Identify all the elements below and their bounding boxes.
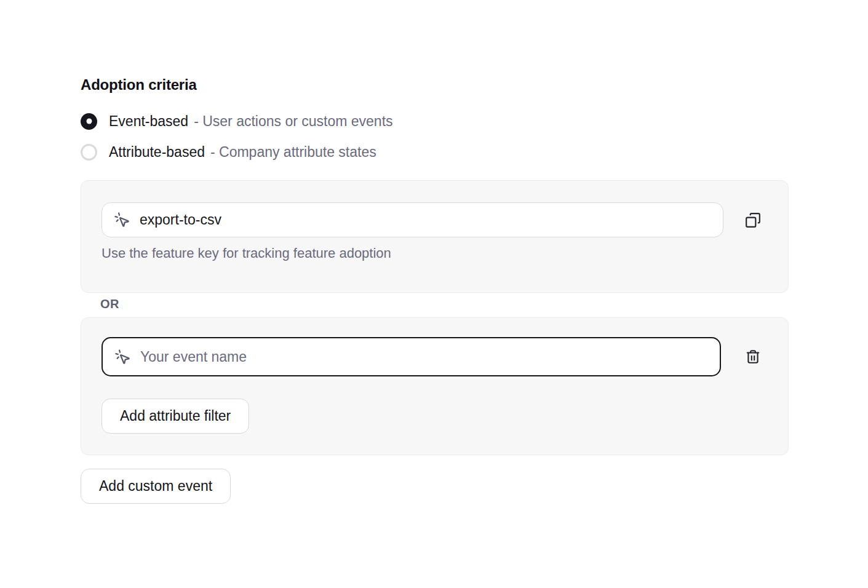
delete-event-button[interactable] (738, 342, 768, 371)
copy-button[interactable] (738, 205, 768, 235)
feature-key-input[interactable] (140, 212, 711, 228)
radio-option-label: Attribute-based (109, 144, 205, 161)
adoption-criteria-form: Adoption criteria Event-based - User act… (0, 0, 868, 588)
feature-key-helper-text: Use the feature key for tracking feature… (102, 245, 768, 261)
copy-icon (745, 212, 761, 228)
radio-option-event-based[interactable]: Event-based - User actions or custom eve… (81, 106, 393, 137)
trash-icon (745, 349, 761, 365)
or-separator-label: OR (100, 297, 119, 311)
radio-selected-icon[interactable] (81, 113, 97, 130)
feature-event-panel: Use the feature key for tracking feature… (81, 180, 789, 293)
add-custom-event-button[interactable]: Add custom event (81, 469, 231, 504)
custom-event-input-row (102, 337, 768, 376)
event-name-input[interactable] (140, 349, 708, 365)
custom-event-panel: Add attribute filter (81, 317, 789, 455)
criteria-radio-group: Event-based - User actions or custom eve… (81, 106, 393, 167)
radio-unselected-icon[interactable] (81, 144, 97, 161)
cursor-click-icon (114, 212, 130, 228)
feature-event-input-row (102, 202, 768, 237)
radio-option-description: - User actions or custom events (194, 113, 392, 130)
add-attribute-filter-button[interactable]: Add attribute filter (102, 399, 249, 434)
feature-key-input-box[interactable] (102, 202, 723, 237)
cursor-click-icon (114, 349, 131, 365)
event-name-input-box[interactable] (102, 337, 721, 376)
radio-option-attribute-based[interactable]: Attribute-based - Company attribute stat… (81, 137, 393, 167)
page-title: Adoption criteria (81, 76, 197, 93)
radio-option-label: Event-based (109, 113, 188, 130)
radio-option-description: - Company attribute states (210, 144, 376, 161)
